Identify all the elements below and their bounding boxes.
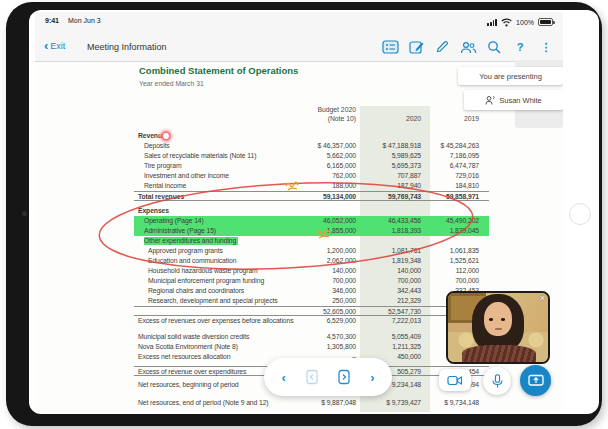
cell-2019: 700,000 — [455, 277, 479, 284]
cell-2020: 1,211,325 — [392, 343, 421, 350]
cell-2020: 5,055,409 — [392, 333, 421, 340]
row-label: Excess of revenue over expenditures — [138, 368, 246, 375]
cell-budget: 1,305,800 — [327, 343, 356, 350]
table-row: Municipal solid waste diversion credits4… — [134, 332, 489, 342]
table-row: Revenues — [134, 131, 489, 141]
table-row: Regional chairs and coordinators346,0003… — [134, 286, 489, 296]
row-label: Rental income — [144, 182, 186, 189]
cell-budget: 6,165,000 — [327, 162, 356, 169]
camera-button[interactable] — [439, 369, 471, 391]
cell-budget: 59,134,000 — [323, 193, 356, 200]
cell-2020: 212,329 — [397, 297, 421, 304]
cell-2019: 7,186,095 — [450, 152, 479, 159]
cell-2020: 9,234,148 — [392, 381, 421, 388]
cell-budget: 188,000 — [332, 182, 356, 189]
camera-icon — [447, 375, 463, 386]
cell-2020: 52,547,730 — [388, 308, 421, 315]
row-label: Net resources, end of period (Note 9 and… — [138, 399, 268, 406]
row-label: Sales of recyclable materials (Note 11) — [144, 152, 256, 159]
cell-2020: $ 9,739,427 — [386, 399, 421, 406]
cell-budget: 1,200,000 — [327, 247, 356, 254]
cell-2020: 700,000 — [397, 277, 421, 284]
cell-2020: $ 47,188,918 — [383, 142, 422, 149]
cell-2019: 6,474,787 — [450, 162, 479, 169]
cell-budget: 140,000 — [332, 267, 356, 274]
row-label: Total revenues — [138, 193, 184, 200]
cell-budget: 250,000 — [332, 297, 356, 304]
table-row: Rental income188,000187,940184,810 — [134, 181, 489, 191]
scribble-annotation — [316, 228, 333, 240]
cell-2020: 1,081,761 — [392, 247, 421, 254]
cell-budget: 4,570,300 — [327, 333, 356, 340]
cell-2020: 46,433,456 — [388, 217, 421, 224]
cell-2019: 1,525,621 — [450, 257, 479, 264]
cell-2019: 1,061,835 — [450, 247, 479, 254]
mic-button[interactable] — [483, 367, 511, 395]
cell-budget: 5,662,000 — [327, 152, 356, 159]
cell-2020: 1,819,348 — [392, 257, 421, 264]
table-row: Administrative (Page 15)1,855,0001,818,3… — [134, 226, 489, 236]
table-row: Municipal enforcement program funding700… — [134, 276, 489, 286]
row-label: Operating (Page 14) — [144, 217, 204, 224]
person-speaking-icon — [485, 95, 496, 105]
row-label: Research, development and special projec… — [148, 297, 278, 304]
cell-2020: 450,000 — [397, 353, 421, 360]
presenting-banner: You are presenting — [458, 67, 563, 85]
close-icon[interactable]: × — [540, 293, 545, 303]
cell-2020: 505,279 — [397, 368, 421, 375]
row-label: Administrative (Page 15) — [144, 227, 216, 234]
chevron-left-icon[interactable]: ‹ — [281, 370, 285, 385]
cell-2019: 45,490,202 — [446, 217, 479, 224]
cell-2019: 184,810 — [455, 182, 479, 189]
table-row: Sales of recyclable materials (Note 11)5… — [134, 151, 489, 161]
row-label: Investment and other income — [144, 172, 229, 179]
laser-pointer — [157, 127, 175, 145]
row-label: Net resources, beginning of period — [138, 381, 239, 388]
table-row: 52,605,00052,547,730 — [134, 306, 489, 316]
cell-budget: 346,000 — [332, 287, 356, 294]
cell-2019: $ 9,734,148 — [444, 399, 479, 406]
row-label: Expenses — [138, 207, 169, 214]
share-screen-button[interactable] — [520, 365, 551, 396]
cell-2019: 112,000 — [456, 267, 479, 274]
cell-budget: 6,529,000 — [327, 317, 356, 324]
table-row: Household hazardous waste program140,000… — [134, 266, 489, 276]
row-label: Excess of revenues over expenses before … — [138, 317, 293, 324]
cell-2020: 5,989,625 — [392, 152, 421, 159]
page-next-icon[interactable] — [337, 369, 351, 385]
table-row: Education and communication2,062,0001,81… — [134, 256, 489, 266]
table-row: Excess of revenues over expenses before … — [134, 316, 489, 326]
cell-2020: 187,940 — [397, 182, 421, 189]
home-button[interactable] — [569, 203, 591, 225]
cell-2020: 5,695,373 — [392, 162, 421, 169]
table-row: Other expenditures and funding — [134, 236, 489, 246]
background-tile — [515, 108, 563, 128]
cell-budget: 762,000 — [332, 172, 356, 179]
cell-2020: 342,443 — [397, 287, 421, 294]
table-row: Total revenues59,134,00059,769,74359,858… — [134, 191, 489, 201]
table-row: Tire program6,165,0005,695,3736,474,787 — [134, 161, 489, 171]
row-label: Approved program grants — [148, 247, 223, 254]
share-screen-icon — [528, 374, 544, 388]
row-label: Nova Scotia Environment (Note 8) — [138, 343, 238, 350]
table-row: Operating (Page 14)46,052,00046,433,4564… — [134, 216, 489, 226]
cell-budget: $ 9,887,048 — [321, 399, 356, 406]
self-video-thumbnail[interactable]: × — [446, 291, 550, 364]
cell-2019: 729,016 — [455, 172, 479, 179]
page-previous-icon[interactable] — [305, 369, 319, 385]
scribble-annotation — [285, 181, 301, 192]
cell-2019: 59,858,971 — [446, 193, 479, 200]
table-row: Approved program grants1,200,0001,081,76… — [134, 246, 489, 256]
chevron-right-icon[interactable]: › — [370, 370, 374, 385]
row-label: Education and communication — [148, 257, 236, 264]
row-label: Municipal solid waste diversion credits — [138, 333, 249, 340]
cell-2020: 707,887 — [397, 172, 421, 179]
row-label: Other expenditures and funding — [144, 237, 238, 245]
row-label: Excess net resources allocation — [138, 353, 230, 360]
cell-budget: 2,062,000 — [327, 257, 356, 264]
presenter-pill[interactable]: Susan White — [464, 90, 563, 110]
table-row: Deposits$ 46,357,000$ 47,188,918$ 45,284… — [134, 141, 489, 151]
table-row: Nova Scotia Environment (Note 8)1,305,80… — [134, 342, 489, 352]
cell-2019: $ 45,284,263 — [441, 142, 480, 149]
cell-budget: 700,000 — [332, 277, 356, 284]
